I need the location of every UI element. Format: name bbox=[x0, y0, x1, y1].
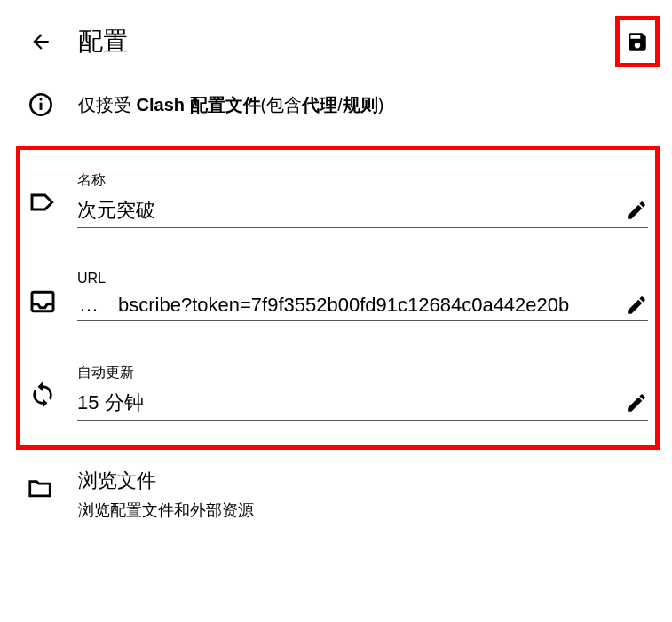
url-value[interactable]: bscribe?token=7f9f3552b00fd91c12684c0a44… bbox=[118, 294, 618, 317]
info-text: 仅接受 Clash 配置文件(包含代理/规则) bbox=[78, 93, 384, 117]
arrow-back-icon bbox=[29, 30, 52, 53]
name-value[interactable]: 次元突破 bbox=[77, 197, 618, 224]
browse-subtitle: 浏览配置文件和外部资源 bbox=[78, 500, 654, 521]
label-icon bbox=[28, 187, 58, 217]
browse-files-row[interactable]: 浏览文件 浏览配置文件和外部资源 bbox=[0, 457, 672, 521]
save-button[interactable] bbox=[615, 16, 660, 67]
page-title: 配置 bbox=[78, 25, 128, 59]
folder-icon bbox=[27, 475, 53, 501]
auto-update-label: 自动更新 bbox=[77, 364, 648, 382]
header: 配置 bbox=[0, 0, 672, 76]
url-ellipsis: … bbox=[79, 294, 99, 317]
url-field-row[interactable]: URL … bscribe?token=7f9f3552b00fd91c1268… bbox=[28, 264, 648, 321]
name-field-content: 名称 次元突破 bbox=[77, 171, 648, 228]
svg-point-2 bbox=[40, 98, 43, 101]
refresh-icon bbox=[28, 380, 58, 410]
auto-update-field-content: 自动更新 15 分钟 bbox=[77, 364, 648, 421]
back-button[interactable] bbox=[28, 29, 53, 54]
edit-icon[interactable] bbox=[625, 199, 648, 222]
highlighted-fields-section: 名称 次元突破 URL … bscribe?token=7f9f3552b00f… bbox=[16, 146, 660, 450]
name-value-row: 次元突破 bbox=[77, 197, 648, 228]
browse-title: 浏览文件 bbox=[78, 468, 654, 494]
name-label: 名称 bbox=[77, 171, 648, 190]
url-label: URL bbox=[77, 271, 648, 287]
browse-content: 浏览文件 浏览配置文件和外部资源 bbox=[78, 468, 654, 521]
inbox-icon bbox=[28, 287, 58, 317]
name-field-row[interactable]: 名称 次元突破 bbox=[28, 164, 648, 228]
auto-update-value[interactable]: 15 分钟 bbox=[77, 390, 618, 416]
edit-icon[interactable] bbox=[625, 294, 648, 317]
edit-icon[interactable] bbox=[625, 391, 648, 414]
url-field-content: URL … bscribe?token=7f9f3552b00fd91c1268… bbox=[77, 271, 648, 321]
auto-update-field-row[interactable]: 自动更新 15 分钟 bbox=[28, 357, 648, 421]
info-row: 仅接受 Clash 配置文件(包含代理/规则) bbox=[0, 76, 672, 133]
url-value-row: … bscribe?token=7f9f3552b00fd91c12684c0a… bbox=[77, 294, 648, 321]
info-icon bbox=[28, 92, 53, 117]
auto-update-value-row: 15 分钟 bbox=[77, 390, 648, 421]
save-icon bbox=[626, 30, 649, 53]
